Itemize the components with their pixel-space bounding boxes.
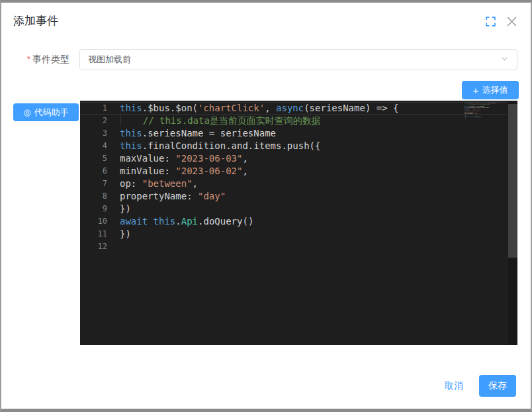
event-type-label: *事件类型 bbox=[1, 54, 69, 66]
select-value-button[interactable]: + 选择值 bbox=[462, 81, 519, 99]
line-content: minValue: "2023-06-02", bbox=[120, 165, 248, 178]
line-content: // this.data是当前页面实时查询的数据 bbox=[120, 115, 321, 127]
chevron-down-icon bbox=[500, 54, 509, 66]
dialog-title: 添加事件 bbox=[13, 13, 58, 28]
event-type-select[interactable]: 视图加载前 bbox=[79, 49, 517, 70]
code-line: 1this.$bus.$on('chartClick', async(serie… bbox=[80, 102, 507, 115]
save-button[interactable]: 保存 bbox=[479, 375, 516, 397]
code-line: 8propertyName: "day" bbox=[80, 190, 507, 203]
code-line: 11}) bbox=[80, 228, 507, 240]
code-line: 7op: "between", bbox=[80, 178, 507, 190]
line-content: this.$bus.$on('chartClick', async(series… bbox=[120, 102, 398, 115]
event-type-label-text: 事件类型 bbox=[32, 54, 69, 64]
line-content: op: "between", bbox=[120, 178, 198, 190]
line-number: 6 bbox=[80, 165, 107, 178]
line-content: }) bbox=[120, 203, 131, 215]
line-content: await this.Api.doQuery() bbox=[120, 215, 253, 228]
close-icon[interactable] bbox=[506, 15, 517, 27]
line-number: 1 bbox=[80, 102, 107, 115]
line-number: 2 bbox=[80, 115, 107, 127]
code-assistant-button-label: 代码助手 bbox=[34, 107, 69, 119]
line-number: 10 bbox=[80, 215, 107, 228]
code-line: 2 // this.data是当前页面实时查询的数据 bbox=[80, 115, 507, 127]
line-number: 11 bbox=[80, 228, 107, 240]
code-assistant-button[interactable]: ◎ 代码助手 bbox=[13, 103, 79, 121]
dialog-footer: 取消 保存 bbox=[439, 375, 516, 397]
line-number: 12 bbox=[80, 240, 107, 253]
line-number: 4 bbox=[80, 140, 107, 152]
line-content: }) bbox=[120, 228, 131, 240]
code-assistant-icon: ◎ bbox=[23, 108, 30, 117]
add-event-dialog: 添加事件 *事件类型 视图加载前 + 选择值 ◎ 代码助手 1thi bbox=[0, 0, 532, 412]
line-content: maxValue: "2023-06-03", bbox=[120, 152, 248, 165]
required-asterisk: * bbox=[27, 54, 30, 64]
code-line: 3this.seriesName = seriesName bbox=[80, 127, 507, 140]
plus-icon: + bbox=[473, 85, 479, 95]
code-line: 9}) bbox=[80, 203, 507, 215]
code-line: 6minValue: "2023-06-02", bbox=[80, 165, 507, 178]
editor-scrollbar-thumb[interactable] bbox=[508, 104, 517, 258]
code-line: 10await this.Api.doQuery() bbox=[80, 215, 507, 228]
line-number: 7 bbox=[80, 178, 107, 190]
cancel-button[interactable]: 取消 bbox=[439, 376, 468, 396]
line-number: 8 bbox=[80, 190, 107, 203]
code-line: 4this.finalCondition.and.items.push({ bbox=[80, 140, 507, 152]
code-line: 5maxValue: "2023-06-03", bbox=[80, 152, 507, 165]
line-content: propertyName: "day" bbox=[120, 190, 226, 203]
line-number: 5 bbox=[80, 152, 107, 165]
dialog-header-icons bbox=[484, 15, 517, 27]
line-number: 3 bbox=[80, 127, 107, 140]
fullscreen-icon[interactable] bbox=[484, 15, 496, 27]
line-number: 9 bbox=[80, 203, 107, 215]
line-content: this.seriesName = seriesName bbox=[120, 127, 276, 140]
code-lines: 1this.$bus.$on('chartClick', async(serie… bbox=[80, 102, 507, 253]
code-editor[interactable]: 1this.$bus.$on('chartClick', async(serie… bbox=[80, 101, 517, 345]
code-line: 12 bbox=[80, 240, 507, 253]
event-type-selected-value: 视图加载前 bbox=[88, 54, 131, 66]
select-value-button-label: 选择值 bbox=[482, 84, 508, 96]
line-content: this.finalCondition.and.items.push({ bbox=[120, 140, 320, 152]
